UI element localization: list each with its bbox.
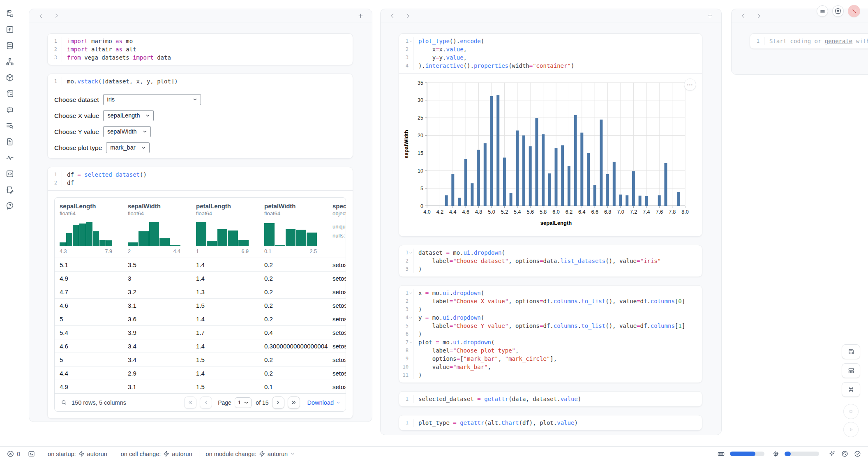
file-tree-icon[interactable] [5,9,14,18]
run-button[interactable] [843,422,859,437]
dependency-graph-icon[interactable] [5,57,14,66]
runtime-config-item[interactable]: on startup:autorun [48,451,107,457]
code-editor[interactable]: 1plot_type = getattr(alt.Chart(df), plot… [399,415,702,430]
settings-gear-button[interactable] [832,5,844,17]
help-circle-icon[interactable] [5,201,14,210]
column-2-header [381,9,721,23]
database-icon[interactable] [5,41,14,50]
column-histogram [128,222,180,246]
save-button[interactable] [842,344,860,359]
table-column-header[interactable]: petalWidthfloat640.12.5 [264,203,332,254]
function-square-icon[interactable] [5,25,14,34]
table-column-header[interactable]: sepalLengthfloat644.37.9 [60,203,128,254]
scroll-script-icon[interactable] [5,89,14,98]
table-footer: 150 rows, 5 columnsPage1of 15Download [55,393,346,411]
floating-action-buttons [842,344,860,437]
table-column-header[interactable]: speciesobjectunique:nulls: [332,203,346,254]
svg-text:4.4: 4.4 [449,209,456,215]
table-row[interactable]: 53.41.50.2setosa [55,353,346,366]
stop-button[interactable] [843,404,859,419]
svg-text:25: 25 [418,115,423,121]
connection-status-icon[interactable] [854,450,861,458]
add-cell-icon[interactable] [705,11,715,21]
svg-text:6.4: 6.4 [578,209,585,215]
add-cell-icon[interactable] [356,11,365,21]
svg-text:30: 30 [418,97,423,103]
code-lines: df = selected_dataset()df [62,171,147,187]
page-select[interactable]: 1 [235,397,252,408]
svg-text:7.6: 7.6 [656,209,663,215]
table-row[interactable]: 5.43.91.70.4setosa [55,325,346,339]
activity-icon[interactable] [5,153,14,162]
download-button[interactable]: Download [307,399,341,406]
list-search-icon[interactable] [5,121,14,130]
ai-sparkles-icon[interactable] [828,450,836,458]
chat-bot-icon[interactable] [5,105,14,114]
chevron-right-icon[interactable] [51,11,61,21]
table-column-header[interactable]: petalLengthfloat6416.9 [196,203,264,254]
chevron-left-icon[interactable] [387,11,397,21]
prev-page-button[interactable] [200,396,212,409]
code-editor[interactable]: 123import marimo as moimport altair as a… [48,34,353,65]
line-numbers: 123 [399,249,413,273]
layout-button[interactable] [842,363,860,378]
svg-text:5.2: 5.2 [501,209,508,215]
terminal-icon[interactable] [28,450,35,458]
chart-actions-button[interactable]: ••• [684,78,696,91]
chevron-left-icon[interactable] [738,11,748,21]
dropdown-select[interactable]: mark_bar [106,142,149,153]
cell-output: sepalLengthfloat644.37.9sepalWidthfloat6… [48,190,353,412]
first-page-button[interactable] [184,396,196,409]
table-row[interactable]: 53.61.40.2setosa [55,312,346,325]
chevron-left-icon[interactable] [36,11,46,21]
svg-text:0: 0 [420,203,423,209]
form-row: Choose Y valuesepalWidth [54,126,346,137]
code-lines: selected_dataset = getattr(data, dataset… [413,395,581,403]
code-editor[interactable]: 12df = selected_dataset()df [48,167,353,190]
dropdown-select[interactable]: sepalLength [103,110,154,121]
code-editor[interactable]: 1selected_dataset = getattr(data, datase… [399,392,702,406]
ai-placeholder[interactable]: Start coding or generate with AI [764,37,868,45]
shutdown-close-button[interactable] [848,5,860,17]
table-row[interactable]: 4.63.41.40.30000000000000004setosa [55,339,346,353]
copilot-icon[interactable] [841,450,849,458]
svg-text:sepalWidth: sepalWidth [403,130,409,158]
runtime-config-item[interactable]: on cell change:autorun [121,451,192,457]
notebook-cell: 1mo.vstack([dataset, x, y, plot])Choose … [47,74,353,159]
table-row[interactable]: 4.42.91.40.2setosa [55,366,346,380]
dropdown-select[interactable]: sepalWidth [103,126,151,137]
dropdown-select[interactable]: iris [103,94,201,105]
code-editor[interactable]: 1234plot_type().encode( x=x.value, y=y.v… [399,34,702,73]
dropdown-label: Choose X value [54,112,99,120]
dropdown-label: Choose Y value [54,128,99,136]
runtime-config-item[interactable]: on module change:autorun [206,451,296,457]
notebook-pen-icon[interactable] [5,185,14,194]
table-column-header[interactable]: sepalWidthfloat6424.4 [128,203,196,254]
table-row[interactable]: 5.13.51.40.2setosa [55,258,346,271]
package-icon[interactable] [5,73,14,82]
table-row[interactable]: 4.73.21.30.2setosa [55,285,346,298]
search-icon[interactable] [60,399,67,406]
menu-button[interactable] [817,5,828,17]
svg-text:10: 10 [418,168,423,174]
errors-icon[interactable] [7,450,14,458]
next-page-button[interactable] [272,396,284,409]
document-icon[interactable] [5,137,14,146]
table-row[interactable]: 4.63.11.50.2setosa [55,298,346,312]
generate-link[interactable]: generate [825,38,852,44]
dataframe-table: sepalLengthfloat644.37.9sepalWidthfloat6… [54,197,346,412]
table-row[interactable]: 4.93.11.50.1setosa [55,380,346,393]
table-row[interactable]: 4.931.40.2setosa [55,271,346,285]
code-editor[interactable]: 123dataset = mo.ui.dropdown( label="Choo… [399,245,702,277]
chevron-right-icon[interactable] [754,11,764,21]
svg-text:4.8: 4.8 [475,209,482,215]
last-page-button[interactable] [288,396,300,409]
altair-bar-chart[interactable]: 4.04.24.44.64.85.05.25.45.65.86.06.26.46… [402,77,697,233]
empty-cell-editor[interactable]: 1Start coding or generate with AI [750,34,868,48]
chevron-right-icon[interactable] [403,11,413,21]
command-palette-button[interactable] [842,382,860,397]
code-editor[interactable]: 1mo.vstack([dataset, x, y, plot]) [48,74,353,89]
code-editor[interactable]: 1234567891011x = mo.ui.dropdown( label="… [399,286,702,383]
form-row: Choose datasetiris [54,94,346,105]
code-snippet-icon[interactable] [5,169,14,178]
